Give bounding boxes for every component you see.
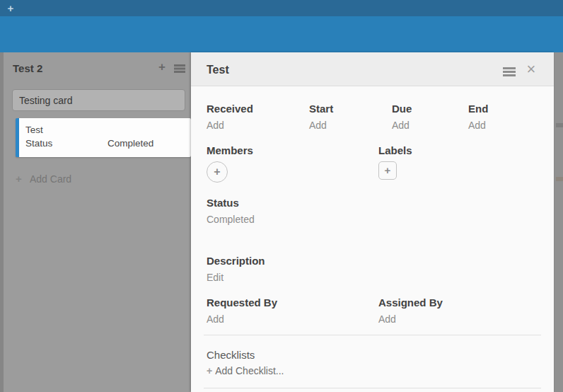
end-date-field: End Add xyxy=(468,102,541,132)
section-divider xyxy=(204,335,541,335)
labels-label: Labels xyxy=(378,144,541,157)
members-labels-row: Members + Labels + xyxy=(207,144,541,183)
plus-icon: + xyxy=(207,365,212,376)
plus-icon: + xyxy=(16,173,25,185)
card-detail-header: Test × xyxy=(191,52,554,86)
add-card-label: Add Card xyxy=(30,173,71,185)
assigned-by-label: Assigned By xyxy=(378,296,541,309)
add-checklist-button[interactable]: +Add Checklist... xyxy=(207,364,541,377)
add-label-button[interactable]: + xyxy=(378,161,397,180)
start-label: Start xyxy=(309,102,392,115)
requested-by-label: Requested By xyxy=(207,296,378,309)
add-checklist-label: Add Checklist... xyxy=(215,365,284,376)
received-label: Received xyxy=(207,102,309,115)
list-test-2: Test 2 + Test Status Completed +Add Card xyxy=(4,52,191,392)
top-navbar: + xyxy=(0,0,563,16)
add-card-button[interactable]: +Add Card xyxy=(16,173,157,185)
members-label: Members xyxy=(207,144,378,157)
start-date-field: Start Add xyxy=(309,102,392,132)
card-test[interactable]: Test Status Completed xyxy=(16,118,191,157)
due-date-field: Due Add xyxy=(392,102,468,132)
board-canvas: Test 2 + Test Status Completed +Add Card… xyxy=(0,52,563,392)
start-add-link[interactable]: Add xyxy=(309,119,392,132)
card-custom-field: Status Completed xyxy=(25,137,191,150)
assigned-by-section: Assigned By Add xyxy=(378,296,541,325)
status-label: Status xyxy=(207,196,541,209)
requested-by-section: Requested By Add xyxy=(207,296,378,325)
received-date-field: Received Add xyxy=(207,102,309,132)
list-title: Test 2 xyxy=(13,62,42,74)
add-board-icon[interactable]: + xyxy=(4,2,17,15)
adjacent-list-fragment xyxy=(556,123,563,127)
description-section: Description Edit xyxy=(207,254,541,284)
description-label: Description xyxy=(207,254,541,267)
end-label: End xyxy=(468,102,541,115)
add-member-button[interactable]: + xyxy=(207,161,228,183)
checklists-section: Checklists +Add Checklist... xyxy=(207,348,541,377)
status-value: Completed xyxy=(207,213,541,226)
labels-section: Labels + xyxy=(378,144,541,183)
card-composer-input[interactable] xyxy=(12,89,185,111)
card-detail-panel: Test × Received Add Start Add Due Add xyxy=(191,52,554,392)
list-menu-icon[interactable] xyxy=(174,64,185,67)
assigned-by-add-link[interactable]: Add xyxy=(378,313,541,325)
due-label: Due xyxy=(392,102,468,115)
list-header: Test 2 + xyxy=(4,52,191,83)
close-icon[interactable]: × xyxy=(524,61,538,78)
board-header-bar xyxy=(0,16,563,52)
members-section: Members + xyxy=(207,144,378,183)
card-field-value: Completed xyxy=(108,137,153,150)
due-add-link[interactable]: Add xyxy=(392,119,468,132)
requested-assigned-row: Requested By Add Assigned By Add xyxy=(207,296,541,325)
end-add-link[interactable]: Add xyxy=(468,119,541,132)
dates-row: Received Add Start Add Due Add End Add xyxy=(207,102,541,132)
card-detail-title: Test xyxy=(207,64,229,76)
checklists-label: Checklists xyxy=(207,348,541,362)
section-divider xyxy=(204,388,541,388)
list-add-icon[interactable]: + xyxy=(156,62,168,73)
adjacent-card-fragment xyxy=(556,177,563,181)
received-add-link[interactable]: Add xyxy=(207,119,309,132)
requested-by-add-link[interactable]: Add xyxy=(207,313,378,325)
card-title: Test xyxy=(25,123,191,137)
description-edit-link[interactable]: Edit xyxy=(207,271,541,284)
status-section: Status Completed xyxy=(207,196,541,226)
card-detail-body: Received Add Start Add Due Add End Add xyxy=(191,86,554,388)
card-field-label: Status xyxy=(25,137,108,150)
card-menu-icon[interactable] xyxy=(503,67,516,69)
